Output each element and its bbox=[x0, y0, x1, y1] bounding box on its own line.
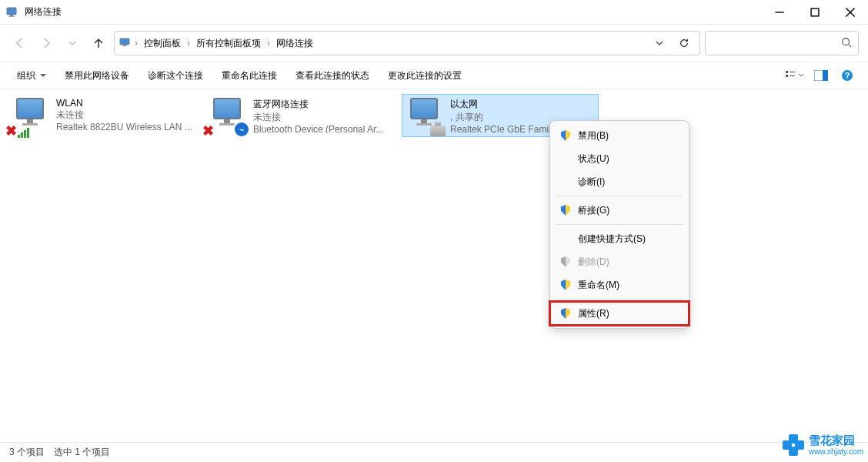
breadcrumb-all-items[interactable]: 所有控制面板项 bbox=[193, 35, 264, 52]
ctx-label: 删除(D) bbox=[578, 256, 609, 269]
menu-separator bbox=[556, 299, 683, 300]
connection-device: Realtek 8822BU Wireless LAN ... bbox=[56, 122, 192, 132]
ctx-label: 禁用(B) bbox=[578, 129, 609, 142]
ethernet-icon bbox=[407, 98, 444, 135]
connection-name: 以太网 bbox=[450, 98, 559, 111]
shield-icon bbox=[559, 308, 572, 319]
svg-text:?: ? bbox=[845, 71, 850, 80]
svg-rect-0 bbox=[7, 8, 16, 15]
breadcrumb-control-panel[interactable]: 控制面板 bbox=[141, 35, 184, 52]
breadcrumb-box[interactable]: › 控制面板 › 所有控制面板项 › 网络连接 bbox=[114, 31, 700, 55]
ctx-disable[interactable]: 禁用(B) bbox=[550, 124, 689, 147]
change-settings-button[interactable]: 更改此连接的设置 bbox=[380, 66, 469, 85]
svg-rect-16 bbox=[823, 70, 828, 81]
status-selected-count: 选中 1 个项目 bbox=[54, 446, 110, 459]
search-box[interactable] bbox=[705, 31, 859, 55]
svg-rect-13 bbox=[790, 72, 795, 72]
ctx-label: 属性(R) bbox=[578, 307, 609, 320]
status-bar: 3 个项目 选中 1 个项目 bbox=[0, 442, 868, 462]
svg-rect-2 bbox=[8, 16, 15, 17]
menu-separator bbox=[556, 196, 683, 196]
breadcrumb-network-connections[interactable]: 网络连接 bbox=[273, 35, 316, 52]
ctx-properties[interactable]: 属性(R) bbox=[550, 302, 689, 325]
up-button[interactable] bbox=[88, 32, 109, 54]
ctx-label: 状态(U) bbox=[578, 152, 609, 166]
ctx-create-shortcut[interactable]: 创建快捷方式(S) bbox=[550, 227, 689, 250]
maximize-button[interactable] bbox=[797, 0, 833, 25]
connection-state: , 共享的 bbox=[450, 111, 559, 124]
help-button[interactable]: ? bbox=[836, 65, 859, 86]
ctx-diagnose[interactable]: 诊断(I) bbox=[550, 170, 689, 193]
svg-rect-7 bbox=[120, 38, 129, 45]
shield-icon bbox=[559, 205, 572, 216]
context-menu: 禁用(B) 状态(U) 诊断(I) 桥接(G) 创建快捷方式(S) 删除(D) … bbox=[549, 120, 689, 329]
watermark-logo-icon bbox=[783, 434, 804, 456]
svg-rect-8 bbox=[123, 45, 126, 46]
organize-button[interactable]: 组织 bbox=[9, 66, 54, 85]
connection-device: Bluetooth Device (Personal Ar... bbox=[253, 124, 383, 133]
ctx-label: 重命名(M) bbox=[578, 279, 619, 292]
svg-rect-4 bbox=[811, 8, 819, 16]
location-icon bbox=[119, 36, 132, 51]
ctx-status[interactable]: 状态(U) bbox=[550, 147, 689, 170]
svg-rect-14 bbox=[790, 75, 795, 76]
title-bar: 网络连接 bbox=[0, 0, 868, 25]
ctx-label: 桥接(G) bbox=[578, 204, 609, 217]
preview-pane-button[interactable] bbox=[810, 65, 833, 86]
rename-button[interactable]: 重命名此连接 bbox=[214, 66, 285, 85]
disable-device-button[interactable]: 禁用此网络设备 bbox=[57, 66, 137, 85]
recent-button[interactable] bbox=[62, 32, 83, 54]
connection-wlan[interactable]: ✖ WLAN 未连接 Realtek 8822BU Wireless LAN .… bbox=[8, 94, 205, 137]
watermark-url: www.xhjaty.com bbox=[809, 447, 863, 456]
view-status-button[interactable]: 查看此连接的状态 bbox=[288, 66, 377, 85]
menu-separator bbox=[556, 224, 683, 225]
svg-line-10 bbox=[849, 44, 852, 47]
command-bar: 组织 禁用此网络设备 诊断这个连接 重命名此连接 查看此连接的状态 更改此连接的… bbox=[0, 62, 868, 89]
address-bar: › 控制面板 › 所有控制面板项 › 网络连接 bbox=[0, 25, 868, 62]
connection-bluetooth[interactable]: ✖ ⌁ 蓝牙网络连接 未连接 Bluetooth Device (Persona… bbox=[205, 94, 402, 137]
ctx-label: 创建快捷方式(S) bbox=[578, 233, 646, 246]
watermark-title: 雪花家园 bbox=[809, 434, 863, 447]
search-icon[interactable] bbox=[841, 37, 852, 50]
connection-state: 未连接 bbox=[253, 111, 383, 124]
chevron-right-icon: › bbox=[135, 38, 138, 49]
svg-rect-1 bbox=[10, 15, 13, 16]
shield-icon bbox=[559, 280, 572, 290]
forward-button[interactable] bbox=[35, 32, 57, 54]
watermark: 雪花家园 www.xhjaty.com bbox=[783, 434, 863, 456]
ctx-delete: 删除(D) bbox=[550, 250, 689, 273]
connection-state: 未连接 bbox=[56, 109, 192, 122]
svg-rect-11 bbox=[786, 71, 788, 73]
svg-point-9 bbox=[843, 38, 850, 45]
view-options-button[interactable] bbox=[783, 65, 806, 86]
app-icon bbox=[6, 6, 18, 18]
chevron-right-icon: › bbox=[187, 38, 190, 49]
ctx-rename[interactable]: 重命名(M) bbox=[550, 273, 689, 296]
bluetooth-icon: ✖ ⌁ bbox=[210, 98, 247, 135]
address-dropdown-button[interactable] bbox=[649, 32, 670, 54]
wlan-icon: ✖ bbox=[13, 98, 50, 135]
back-button[interactable] bbox=[9, 32, 31, 54]
ctx-label: 诊断(I) bbox=[578, 176, 605, 189]
search-input[interactable] bbox=[712, 38, 841, 49]
refresh-button[interactable] bbox=[673, 32, 695, 54]
connection-name: WLAN bbox=[56, 98, 192, 109]
close-button[interactable] bbox=[833, 0, 868, 25]
connection-name: 蓝牙网络连接 bbox=[253, 98, 383, 111]
status-item-count: 3 个项目 bbox=[9, 446, 45, 459]
content-area: ✖ WLAN 未连接 Realtek 8822BU Wireless LAN .… bbox=[0, 89, 868, 442]
svg-rect-12 bbox=[786, 75, 788, 77]
window-title: 网络连接 bbox=[25, 5, 62, 18]
diagnose-button[interactable]: 诊断这个连接 bbox=[140, 66, 211, 85]
chevron-right-icon: › bbox=[267, 38, 270, 49]
ctx-bridge[interactable]: 桥接(G) bbox=[550, 199, 689, 222]
connection-device: Realtek PCIe GbE Famil... bbox=[450, 124, 559, 133]
shield-icon bbox=[559, 130, 572, 141]
minimize-button[interactable] bbox=[762, 0, 797, 25]
shield-icon bbox=[559, 256, 572, 267]
